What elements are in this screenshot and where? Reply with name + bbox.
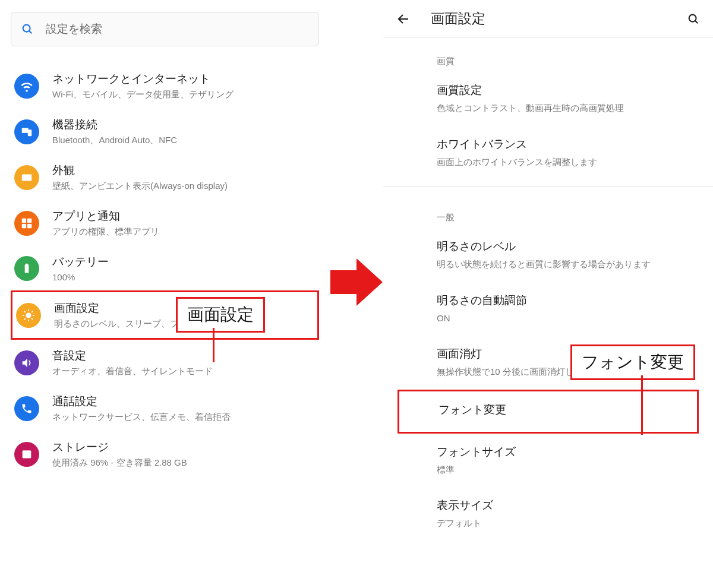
settings-item-title: 音設定 xyxy=(52,348,316,363)
display-item-subtitle: 明るい状態を続けると画質に影響する場合があります xyxy=(437,258,695,271)
display-item-title: 表示サイズ xyxy=(437,498,695,513)
storage-icon xyxy=(14,442,39,467)
flow-arrow-icon xyxy=(330,255,383,309)
display-item-subtitle: 色域とコントラスト、動画再生時の高画質処理 xyxy=(437,102,695,115)
flow-arrow-gap xyxy=(330,0,383,588)
svg-rect-6 xyxy=(27,218,31,222)
display-item-subtitle: 画面上のホワイトバランスを調整します xyxy=(437,156,695,169)
settings-item-devices[interactable]: 機器接続Bluetooth、Android Auto、NFC xyxy=(11,109,319,154)
brightness-icon xyxy=(16,303,41,328)
svg-line-1 xyxy=(29,31,31,33)
svg-line-20 xyxy=(24,318,26,320)
svg-rect-2 xyxy=(22,128,29,132)
callout-connector xyxy=(641,375,643,435)
svg-line-21 xyxy=(31,311,33,312)
back-button[interactable] xyxy=(396,12,411,26)
panorama-icon xyxy=(14,165,39,190)
settings-item-subtitle: Wi-Fi、モバイル、データ使用量、テザリング xyxy=(52,89,316,100)
phone-icon xyxy=(14,396,39,421)
section-label: 一般 xyxy=(383,194,713,228)
settings-item-wifi[interactable]: ネットワークとインターネットWi-Fi、モバイル、データ使用量、テザリング xyxy=(11,63,319,109)
svg-line-19 xyxy=(31,318,33,320)
settings-item-apps[interactable]: アプリと通知アプリの権限、標準アプリ xyxy=(11,200,319,246)
apps-icon xyxy=(14,211,39,236)
svg-rect-24 xyxy=(25,450,26,452)
display-item[interactable]: 明るさのレベル明るい状態を続けると画質に影響する場合があります xyxy=(383,228,713,282)
svg-rect-26 xyxy=(29,450,30,452)
settings-item-storage[interactable]: ストレージ使用済み 96% - 空き容量 2.88 GB xyxy=(11,431,319,477)
section-label: 画質 xyxy=(383,38,713,72)
appbar: 画面設定 xyxy=(383,0,713,38)
display-item-subtitle: ON xyxy=(437,312,695,325)
settings-root-panel: 設定を検索 ネットワークとインターネットWi-Fi、モバイル、データ使用量、テザ… xyxy=(0,0,330,588)
display-item-title: 明るさのレベル xyxy=(437,239,695,254)
display-item[interactable]: 画質設定色域とコントラスト、動画再生時の高画質処理 xyxy=(383,72,713,126)
display-item-title: 画質設定 xyxy=(437,83,695,98)
settings-item-subtitle: 使用済み 96% - 空き容量 2.88 GB xyxy=(52,457,316,469)
search-input[interactable]: 設定を検索 xyxy=(11,12,319,46)
settings-item-brightness[interactable]: 画面設定明るさのレベル、スリープ、フォントサイズ xyxy=(11,290,319,340)
search-placeholder: 設定を検索 xyxy=(46,21,102,37)
svg-rect-4 xyxy=(22,174,32,181)
settings-item-panorama[interactable]: 外観壁紙、アンビエント表示(Always-on display) xyxy=(11,154,319,200)
settings-item-subtitle: オーディオ、着信音、サイレントモード xyxy=(52,366,316,377)
devices-icon xyxy=(14,119,39,144)
settings-item-title: 外観 xyxy=(52,163,316,178)
wifi-icon xyxy=(14,74,39,99)
search-icon xyxy=(21,23,34,36)
settings-item-phone[interactable]: 通話設定ネットワークサービス、伝言メモ、着信拒否 xyxy=(11,385,319,431)
display-item[interactable]: フォントサイズ標準 xyxy=(383,434,713,488)
appbar-search-button[interactable] xyxy=(687,12,700,26)
display-item[interactable]: フォント変更 xyxy=(397,390,699,434)
svg-rect-7 xyxy=(22,223,26,227)
display-item-subtitle: 標準 xyxy=(437,463,695,477)
svg-rect-8 xyxy=(27,223,31,227)
svg-line-30 xyxy=(695,21,698,23)
settings-item-title: 機器接続 xyxy=(52,117,316,132)
callout-connector xyxy=(213,328,214,362)
settings-item-title: アプリと通知 xyxy=(52,208,316,224)
appbar-title: 画面設定 xyxy=(431,10,687,28)
svg-rect-23 xyxy=(24,450,25,452)
svg-point-13 xyxy=(26,312,31,318)
svg-rect-12 xyxy=(26,268,29,270)
svg-rect-3 xyxy=(28,129,31,136)
settings-item-subtitle: ネットワークサービス、伝言メモ、着信拒否 xyxy=(52,412,316,423)
svg-point-29 xyxy=(689,14,696,21)
display-item-title: フォントサイズ xyxy=(437,444,695,460)
settings-item-subtitle: 壁紙、アンビエント表示(Always-on display) xyxy=(52,181,316,192)
settings-item-volume[interactable]: 音設定オーディオ、着信音、サイレントモード xyxy=(11,340,319,385)
svg-marker-27 xyxy=(330,258,383,306)
display-item-subtitle: デフォルト xyxy=(437,517,695,530)
settings-item-title: バッテリー xyxy=(52,254,316,270)
callout-font-change: フォント変更 xyxy=(570,344,695,380)
volume-icon xyxy=(14,350,39,375)
settings-item-title: 通話設定 xyxy=(52,394,316,409)
svg-line-18 xyxy=(24,311,26,312)
settings-item-title: ストレージ xyxy=(52,440,316,455)
display-item-title: ホワイトバランス xyxy=(437,137,695,152)
callout-display-settings: 画面設定 xyxy=(176,297,265,333)
settings-item-subtitle: Bluetooth、Android Auto、NFC xyxy=(52,135,316,146)
display-item-title: フォント変更 xyxy=(438,402,693,418)
display-item-title: 明るさの自動調節 xyxy=(437,293,695,308)
svg-rect-5 xyxy=(22,218,26,222)
svg-rect-25 xyxy=(27,450,28,452)
svg-rect-10 xyxy=(26,263,27,265)
battery-icon xyxy=(14,256,39,281)
display-item[interactable]: ホワイトバランス画面上のホワイトバランスを調整します xyxy=(383,126,713,180)
svg-point-0 xyxy=(23,25,30,32)
settings-item-title: ネットワークとインターネット xyxy=(52,71,316,87)
display-item[interactable]: 明るさの自動調節ON xyxy=(383,282,713,336)
section-divider xyxy=(383,186,713,187)
settings-item-subtitle: 100% xyxy=(52,272,316,282)
display-item[interactable]: 表示サイズデフォルト xyxy=(383,487,713,541)
display-settings-panel: 画面設定 画質画質設定色域とコントラスト、動画再生時の高画質処理ホワイトバランス… xyxy=(383,0,713,588)
settings-item-battery[interactable]: バッテリー100% xyxy=(11,246,319,290)
settings-item-subtitle: アプリの権限、標準アプリ xyxy=(52,226,316,238)
